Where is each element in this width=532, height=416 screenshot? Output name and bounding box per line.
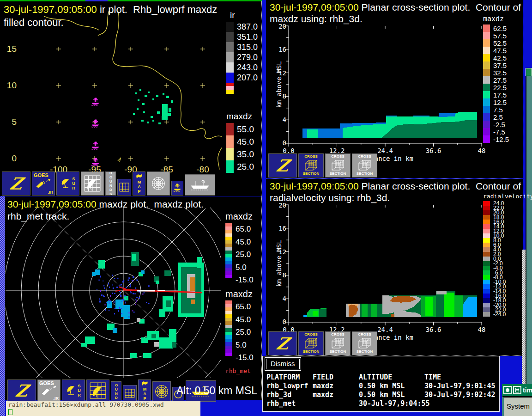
colorbar-entry: 315.0 xyxy=(226,42,258,52)
colorbar-title: radialvelocity xyxy=(483,193,532,200)
goes-ir-button[interactable]: GOES .IR xyxy=(32,171,55,196)
buoy-icon xyxy=(173,184,182,193)
colorbar-entry: -10.0 xyxy=(483,280,532,284)
window-frame-stipple xyxy=(0,196,5,400)
colorbar-entry xyxy=(226,83,258,86)
system-menu[interactable]: System xyxy=(507,402,530,410)
zebra-logo-button[interactable]: Z xyxy=(268,153,297,177)
map-plot-canvas[interactable] xyxy=(0,11,222,170)
cross-section-button[interactable]: CROSS SECTION xyxy=(325,153,351,177)
range-rings-button[interactable] xyxy=(147,171,170,196)
window-menu-icon[interactable] xyxy=(503,386,512,394)
colorbar-entry: -20.0 xyxy=(483,303,532,307)
cross-section-button[interactable]: CROSS SECTION xyxy=(352,331,377,355)
screen-top-strip xyxy=(0,0,262,1)
colorbar-entry: -4.0 xyxy=(483,266,532,270)
terminal-window[interactable]: rain:beaufait:156>xdump.all 970730.0905.… xyxy=(6,401,200,416)
xsec-toolbar: Z CROSS SECTION CROSS SECTION CROSS SECT… xyxy=(268,331,377,355)
table-header: PLATFORMFIELDALTITUDETIME xyxy=(263,373,499,382)
small-grid-button[interactable] xyxy=(117,179,131,196)
colorbar-entry: 387.0 xyxy=(226,22,258,32)
terminal-cursor xyxy=(8,409,12,415)
colorbar-entry: -16.0 xyxy=(483,294,532,298)
colorbar-entry: 24.0 xyxy=(483,201,532,206)
colorbar-entry: -12.0 xyxy=(483,284,532,289)
panel-title-line2: maxdz using: rhb_3d. xyxy=(270,13,363,24)
y-tick-label: 0 xyxy=(273,139,286,147)
panel-title-line2: radialvelocity using: rhb_3d. xyxy=(270,192,390,203)
radar-grid-button[interactable] xyxy=(86,379,109,402)
colorbar-entry: 12.5 xyxy=(483,98,509,106)
colorbar-entry: 42.5 xyxy=(483,54,509,61)
colorbar-title: maxdz xyxy=(225,211,253,222)
radar-grid-button[interactable] xyxy=(81,171,104,196)
colorbar-entry xyxy=(226,86,258,90)
goes-ir-button[interactable]: GOES .IR xyxy=(37,379,60,402)
lat-tick-label: 10 xyxy=(4,81,17,90)
colorbar-entry: 7.5 xyxy=(483,106,509,113)
cross-section-button-active[interactable]: CROSS SECTION xyxy=(298,331,324,355)
map-overlay-button[interactable]: MAP xyxy=(133,171,145,196)
ir-map-window: 30-jul-1997,09:05:00 ir plot. Rhb_lowprf… xyxy=(0,1,262,196)
panel-title: 30-jul-1997,09:05:00 Planar cross-sectio… xyxy=(270,0,521,14)
colorbar-entry: 47.5 xyxy=(483,47,509,54)
lat-tick-label: 5 xyxy=(4,118,17,126)
table-row: rhb_met30-Jul-97,9:04:55 xyxy=(263,399,499,408)
colorbar-entry: 6.0 xyxy=(483,243,532,247)
zebra-logo-button[interactable]: Z xyxy=(268,331,297,355)
bounds-button[interactable]: BOUNDS xyxy=(111,381,121,402)
x-tick-label: 48 xyxy=(472,326,492,333)
panel-title: 30-jul-1997,09:05:00 Planar cross-sectio… xyxy=(270,179,521,193)
colorbar-entry: 279.0 xyxy=(226,52,258,62)
document-icon[interactable] xyxy=(513,386,521,394)
small-grid-button[interactable] xyxy=(123,385,137,402)
dismiss-button[interactable]: Dismiss xyxy=(266,359,300,369)
map-overlay-button[interactable]: MAP xyxy=(138,379,151,402)
ship-button[interactable] xyxy=(185,174,215,196)
buoy-icon xyxy=(91,142,99,150)
surveillance-radar-button[interactable]: SUR xyxy=(56,171,79,196)
colorbar-entry: -22.0 xyxy=(483,307,532,312)
colorbar-entry: -7.5 xyxy=(483,128,509,135)
cross-section-button[interactable]: CROSS SECTION xyxy=(352,153,377,177)
rhb-met-track-label: rhb_met xyxy=(225,367,251,374)
ship-icon xyxy=(189,178,211,191)
window-titlebar[interactable]: tim xyxy=(502,384,532,396)
range-rings-button[interactable] xyxy=(152,381,171,402)
buoy-button[interactable] xyxy=(171,181,183,196)
surveillance-radar-button[interactable]: SUR xyxy=(62,379,85,402)
table-header-cell: ALTITUDE xyxy=(359,373,424,382)
offscreen-window-corner xyxy=(526,68,532,76)
colorbar-entry: 243.0 xyxy=(226,62,258,73)
ir-echo-specks xyxy=(133,89,173,124)
cube-icon xyxy=(304,337,319,350)
colorbar-entry: -2.0 xyxy=(483,261,532,266)
colorbar-entry: 207.0 xyxy=(226,73,258,83)
cross-section-button[interactable]: CROSS SECTION xyxy=(325,331,351,355)
radar-ppi-canvas[interactable] xyxy=(0,196,262,400)
window-frame-stipple xyxy=(0,400,5,416)
zebra-logo-button[interactable]: Z xyxy=(7,379,36,402)
data-available-window: Dismiss PLATFORMFIELDALTITUDETIME rhb_lo… xyxy=(262,356,500,412)
colorbar-scale: 62.557.552.547.542.537.532.527.522.517.5… xyxy=(483,24,509,143)
colorbar-entry: 32.5 xyxy=(483,69,509,76)
title-timestamp: 30-jul-1997,09:05:00 xyxy=(270,2,359,12)
colorbar-entry: -18.0 xyxy=(483,298,532,303)
zebra-logo-button[interactable]: Z xyxy=(2,171,30,196)
maxdz-colorbar-2-values: 65.045.025.05.0-15.0 xyxy=(236,303,254,362)
table-row: rhb_lowprfmaxdz0.50 km MSL30-Jul-97,9:01… xyxy=(263,382,499,391)
z-logo-icon: Z xyxy=(9,175,24,192)
title-timestamp: 30-jul-1997,09:05:00 xyxy=(7,199,97,209)
maxdz-contours xyxy=(302,112,477,138)
colorbar-entry: 22.5 xyxy=(483,84,509,91)
time-control-window: tim System xyxy=(502,384,532,416)
satellite-dish-icon xyxy=(36,178,51,189)
cross-section-button-active[interactable]: CROSS SECTION xyxy=(298,153,324,177)
window-body: System xyxy=(502,396,532,416)
colorbar-entry: 4.0 xyxy=(483,247,532,252)
rings-icon xyxy=(155,385,169,398)
ir-map-toolbar: Z GOES .IR SUR BOUNDS MAP xyxy=(2,171,215,196)
sur-label: SUR xyxy=(77,384,81,398)
bounds-button[interactable]: BOUNDS xyxy=(105,171,116,196)
colorbar-entry: 351.0 xyxy=(226,32,258,42)
